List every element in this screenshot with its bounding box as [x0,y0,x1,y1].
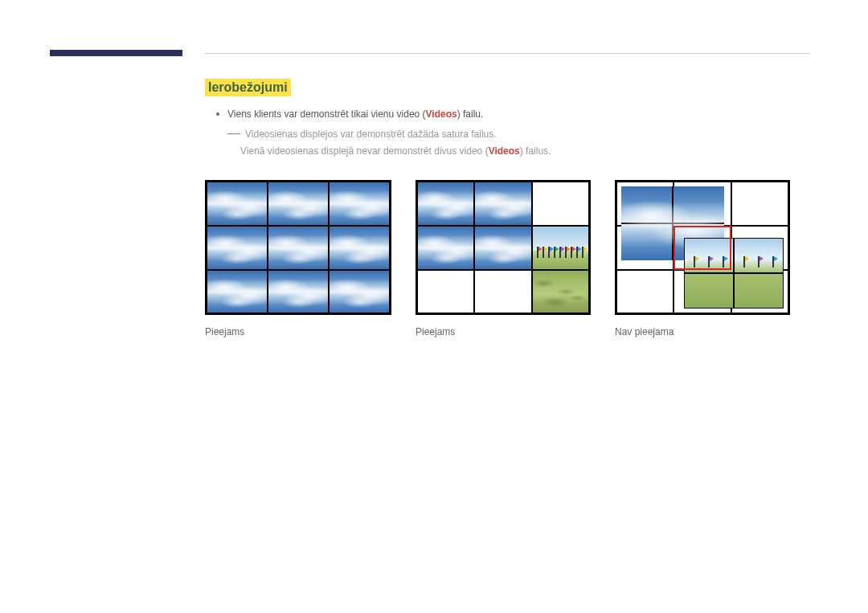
sub-bullet-1: ― Videosienas displejos var demonstrēt d… [227,128,810,141]
grid-cell [731,182,788,226]
sub2-suffix: ) failus. [520,145,551,157]
flags-decoration [533,243,588,258]
grid-cell [532,270,589,314]
grid-cell [268,182,329,226]
figure-2-caption: Pieejams [416,326,591,337]
videowall-grid-1 [205,180,391,315]
sub-bullet-1-text: Videosienas displejos var demonstrēt daž… [245,128,497,141]
figures-row: Pieejams Piee [205,180,810,337]
grid-cell [417,226,474,270]
figure-2: Pieejams [416,180,591,337]
header-divider [205,53,810,54]
sub2-highlight: Videos [489,145,520,157]
overlay-cell [734,273,784,309]
figure-1-caption: Pieejams [205,326,391,337]
grid-cell [329,226,390,270]
grid-cell [474,182,531,226]
overlay-cell [734,238,784,273]
grid-cell [417,182,474,226]
section-heading: Ierobežojumi [205,79,291,96]
bullet-dot-icon [216,112,219,116]
sub-bullet-2: Vienā videosienas displejā nevar demonst… [240,145,810,158]
figure-3: Nav pieejama [615,180,790,337]
grid-cell [532,182,589,226]
figure-3-caption: Nav pieejama [615,326,790,337]
grid-cell [207,182,268,226]
grid-cell [474,270,531,314]
page-content: Ierobežojumi Viens klients var demonstrē… [205,79,810,337]
figure-1: Pieejams [205,180,391,337]
bullet-text-suffix: ) failu. [457,108,484,120]
dash-icon: ― [227,127,240,140]
sub2-prefix: Vienā videosienas displejā nevar demonst… [240,145,489,157]
overlay-cell [684,273,734,309]
bullet-text-prefix: Viens klients var demonstrēt tikai vienu… [227,108,426,120]
grid-cell [532,226,589,270]
header-accent-bar [50,50,182,56]
bullet-text: Viens klients var demonstrēt tikai vienu… [227,108,483,121]
grid-cell [268,226,329,270]
grid-cell [268,270,329,314]
bullet-item: Viens klients var demonstrēt tikai vienu… [216,108,810,121]
grid-cell [474,226,531,270]
flags-decoration [735,258,783,268]
bullet-highlight: Videos [426,108,457,120]
videowall-grid-3 [615,180,790,315]
flags-decoration [685,258,733,268]
grid-cell [207,270,268,314]
overlay-cell [684,238,734,273]
grid-cell [616,270,674,314]
video-overlay-field [684,238,784,309]
grid-cell [207,226,268,270]
grid-cell [329,270,390,314]
videowall-grid-2 [416,180,591,315]
grid-cell [417,270,474,314]
grid-cell [329,182,390,226]
